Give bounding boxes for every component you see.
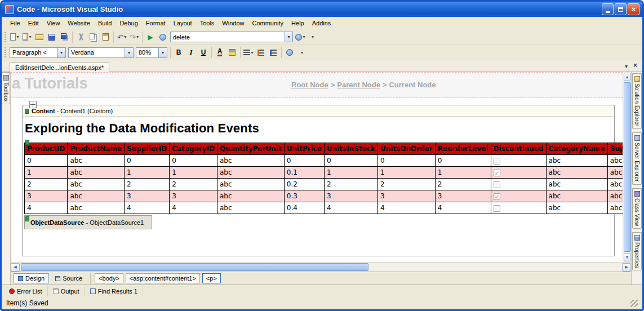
checkbox-unchecked-icon[interactable] xyxy=(494,205,500,212)
design-surface[interactable]: a Tutorials Root Node>Parent Node>Curren… xyxy=(11,72,623,262)
document-tab[interactable]: EditInsertDele...ionEvents.aspx* xyxy=(10,62,109,72)
scroll-down-button[interactable]: ▼ xyxy=(624,253,631,261)
toolbar-options-button[interactable]: ▾ xyxy=(296,46,308,59)
tag-body-chip[interactable]: <body> xyxy=(95,273,123,283)
paste-button[interactable] xyxy=(99,31,112,43)
bold-button[interactable]: B xyxy=(172,46,185,59)
scroll-left-button[interactable]: ◀ xyxy=(11,263,20,272)
menu-item-website[interactable]: Website xyxy=(64,18,94,28)
gridview-container[interactable]: ProductIDProductNameSupplierIDCategoryID… xyxy=(24,143,612,214)
open-file-button[interactable] xyxy=(33,31,46,43)
checkbox-checked-icon[interactable]: ✓ xyxy=(494,193,500,200)
close-button[interactable]: × xyxy=(628,3,639,15)
side-tab-server-explorer[interactable]: Server Explorer xyxy=(632,132,642,184)
menu-item-file[interactable]: File xyxy=(6,18,24,28)
grid-cell: 0 xyxy=(125,155,170,167)
find-combo-input[interactable] xyxy=(171,33,285,41)
dropdown-icon[interactable]: ▾ xyxy=(16,34,19,39)
objectdatasource-control[interactable]: ObjectDataSource - ObjectDataSource1 xyxy=(24,215,152,229)
cut-button[interactable] xyxy=(74,31,87,43)
toolbar-gripper[interactable] xyxy=(5,32,6,42)
font-size-combo[interactable]: 80% ▾ xyxy=(136,47,167,58)
side-tab-class-view[interactable]: Class View xyxy=(632,188,642,229)
gridview[interactable]: ProductIDProductNameSupplierIDCategoryID… xyxy=(24,143,623,214)
block-format-dropdown-icon[interactable]: ▾ xyxy=(57,48,65,57)
font-size-dropdown-icon[interactable]: ▾ xyxy=(158,48,167,57)
hyperlink-button[interactable] xyxy=(283,46,296,59)
menu-item-window[interactable]: Window xyxy=(218,18,248,28)
close-document-button[interactable]: × xyxy=(630,60,640,70)
dropdown-icon[interactable]: ▾ xyxy=(29,34,31,39)
side-tab-properties[interactable]: Properties xyxy=(632,232,642,271)
save-all-button[interactable] xyxy=(58,31,70,43)
align-button[interactable]: ▾ xyxy=(242,46,255,59)
italic-button[interactable]: I xyxy=(185,46,197,59)
vertical-scroll-thumb[interactable] xyxy=(624,82,631,252)
redo-button[interactable]: ↷▾ xyxy=(128,31,140,43)
dropdown-icon[interactable]: ▾ xyxy=(124,34,126,39)
minimize-button[interactable] xyxy=(602,3,614,15)
panel-tab-find-results-1[interactable]: Find Results 1 xyxy=(85,286,143,296)
menu-item-debug[interactable]: Debug xyxy=(116,18,141,28)
add-item-button[interactable]: ▾ xyxy=(21,31,33,43)
horizontal-scrollbar[interactable]: ◀ ▶ xyxy=(11,262,631,272)
grid-cell: abc xyxy=(217,167,284,179)
highlight-button[interactable] xyxy=(226,46,238,59)
menu-item-addins[interactable]: Addins xyxy=(308,18,335,28)
menu-item-tools[interactable]: Tools xyxy=(196,18,219,28)
tag-p-chip[interactable]: <p> xyxy=(202,273,221,283)
underline-button[interactable]: U xyxy=(197,46,210,59)
menu-item-view[interactable]: View xyxy=(43,18,64,28)
breadcrumb-root-link[interactable]: Root Node xyxy=(291,81,328,89)
numbered-list-button[interactable] xyxy=(255,46,267,59)
toolbar-gripper[interactable] xyxy=(5,47,6,57)
grid-cell: 1 xyxy=(170,167,217,179)
panel-tab-output[interactable]: Output xyxy=(48,286,85,296)
menu-item-community[interactable]: Community xyxy=(248,18,287,28)
find-combo-dropdown-icon[interactable]: ▾ xyxy=(285,32,292,42)
breadcrumb-parent-link[interactable]: Parent Node xyxy=(337,81,380,89)
vertical-scrollbar[interactable]: ▲ ▼ xyxy=(623,72,631,262)
document-list-dropdown-button[interactable]: ▾ xyxy=(622,62,630,70)
source-view-tab[interactable]: Source xyxy=(51,274,86,283)
find-options-button[interactable]: ▾ xyxy=(294,31,307,43)
font-name-combo[interactable]: Verdana ▾ xyxy=(68,47,134,58)
menu-item-layout[interactable]: Layout xyxy=(170,18,196,28)
scroll-up-button[interactable]: ▲ xyxy=(624,73,631,81)
titlebar[interactable]: Code - Microsoft Visual Studio × xyxy=(2,2,642,17)
toolbar-options-button[interactable]: ▾ xyxy=(307,31,319,43)
numbered-list-icon xyxy=(257,50,264,56)
checkbox-checked-icon[interactable]: ✓ xyxy=(494,170,500,176)
menu-item-edit[interactable]: Edit xyxy=(24,18,43,28)
checkbox-unchecked-icon[interactable] xyxy=(494,158,500,165)
panel-tab-error-list[interactable]: Error List xyxy=(4,286,48,296)
design-view-tab[interactable]: Design xyxy=(14,273,49,283)
side-tab-solution-explorer[interactable]: Solution Explorer xyxy=(632,73,642,129)
dropdown-icon[interactable]: ▾ xyxy=(136,34,139,39)
scroll-right-button[interactable]: ▶ xyxy=(622,263,631,272)
tag-aspcontent-chip[interactable]: <asp:content#content1> xyxy=(126,273,200,283)
font-color-button[interactable]: A xyxy=(214,46,226,59)
checkbox-unchecked-icon[interactable] xyxy=(494,181,500,188)
font-name-dropdown-icon[interactable]: ▾ xyxy=(125,48,133,57)
menu-item-help[interactable]: Help xyxy=(287,18,308,28)
dropdown-icon[interactable]: ▾ xyxy=(303,34,305,39)
copy-button[interactable] xyxy=(87,31,99,43)
toolbox-tab[interactable]: Toolbox xyxy=(2,72,10,104)
content-placeholder-header[interactable]: Content - Content1 (Custom) xyxy=(23,105,614,117)
block-format-combo[interactable]: Paragraph < ▾ xyxy=(10,47,66,58)
resize-grip-icon[interactable] xyxy=(630,300,638,307)
menu-item-format[interactable]: Format xyxy=(142,18,170,28)
undo-button[interactable]: ↶▾ xyxy=(116,31,128,43)
start-debugging-button[interactable]: ▶ xyxy=(144,31,157,43)
content-placeholder[interactable]: Content - Content1 (Custom) Exploring th… xyxy=(22,105,615,256)
new-item-button[interactable]: ▾ xyxy=(8,31,21,43)
dropdown-icon[interactable]: ▾ xyxy=(251,50,253,55)
move-handle-icon[interactable] xyxy=(29,101,37,108)
save-button[interactable] xyxy=(46,31,58,43)
bullet-list-button[interactable] xyxy=(267,46,279,59)
horizontal-scroll-thumb[interactable] xyxy=(21,263,368,271)
menu-item-build[interactable]: Build xyxy=(94,18,116,28)
maximize-button[interactable] xyxy=(615,3,627,15)
view-in-browser-button[interactable] xyxy=(157,31,169,43)
